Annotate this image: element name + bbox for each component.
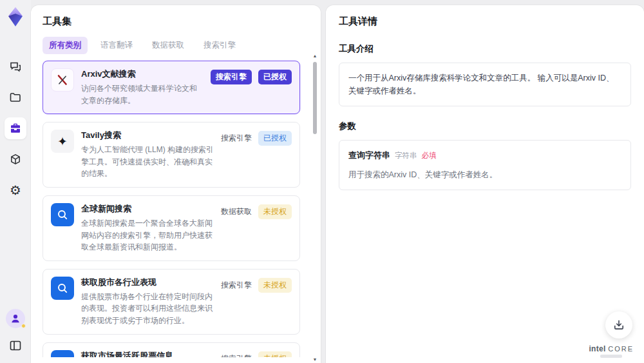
download-icon: [613, 319, 625, 331]
tool-item-global-news[interactable]: 全球新闻搜索 全球新闻搜索是一个聚合全球各大新闻网站内容的搜索引擎，帮助用户快速…: [43, 195, 300, 261]
auth-badge: 未授权: [258, 351, 292, 357]
param-type: 字符串: [395, 150, 417, 161]
scroll-up-arrow[interactable]: ▲: [312, 53, 318, 59]
news-search-icon: [51, 203, 74, 226]
tool-name: Tavily搜索: [81, 130, 214, 141]
tool-desc: 访问各个研究领域大量科学论文和文章的存储库。: [81, 83, 204, 106]
param-card: 查询字符串 字符串 必填 用于搜索的Arxiv ID、关键字或作者姓名。: [339, 140, 631, 190]
category-label: 数据获取: [221, 206, 252, 217]
core-wordmark: core: [608, 345, 634, 353]
tab-language-translation[interactable]: 语言翻译: [94, 37, 139, 54]
app-logo: [6, 6, 25, 27]
toolbox-icon: [9, 122, 22, 135]
params-heading: 参数: [339, 121, 631, 132]
sidebar-item-models[interactable]: [5, 148, 26, 170]
sidebar-item-chat[interactable]: [5, 55, 26, 77]
tool-item-sector-performance[interactable]: 获取股市各行业表现 提供股票市场各个行业在特定时间段内的表现。投资者可以利用这些…: [43, 269, 300, 335]
param-name: 查询字符串: [348, 149, 390, 162]
intel-wordmark: intel: [589, 344, 605, 353]
scrollbar-thumb[interactable]: [313, 62, 317, 134]
tool-details-panel: 工具详情 工具介绍 一个用于从Arxiv存储库搜索科学论文和文章的工具。 输入可…: [326, 5, 644, 363]
stock-search-icon: [51, 277, 74, 300]
tool-desc: 全球新闻搜索是一个聚合全球各大新闻网站内容的搜索引擎，帮助用户快速获取全球最新资…: [81, 217, 214, 253]
tool-item-arxiv[interactable]: Arxiv文献搜索 访问各个研究领域大量科学论文和文章的存储库。 搜索引擎 已授…: [43, 61, 300, 114]
category-tabs: 所有类别 语言翻译 数据获取 搜索引擎: [43, 37, 309, 54]
tool-desc: 提供股票市场各个行业在特定时间段内的表现。投资者可以利用这些信息来识别表现优于或…: [81, 291, 214, 327]
tab-all-categories[interactable]: 所有类别: [43, 37, 88, 54]
sidebar-item-tools[interactable]: [5, 117, 26, 139]
list-scrollbar[interactable]: ▲ ▼: [312, 53, 318, 363]
category-label: 搜索引擎: [221, 280, 252, 291]
download-button[interactable]: [605, 311, 632, 338]
param-desc: 用于搜索的Arxiv ID、关键字或作者姓名。: [348, 168, 621, 181]
category-badge: 搜索引擎: [211, 70, 252, 84]
tab-data-fetch[interactable]: 数据获取: [146, 37, 191, 54]
param-required-badge: 必填: [422, 150, 437, 161]
sidebar-item-settings[interactable]: ⚙: [5, 179, 26, 201]
scroll-down-arrow[interactable]: ▼: [312, 357, 318, 363]
tool-collection-panel: 工具集 所有类别 语言翻译 数据获取 搜索引擎 Arxiv文献搜索 访问各个研究…: [31, 5, 321, 363]
auth-badge: 未授权: [258, 204, 292, 219]
auth-badge: 未授权: [258, 278, 292, 293]
intel-badge-accent: [600, 355, 622, 358]
tool-name: 获取股市各行业表现: [81, 277, 214, 288]
sidebar-item-files[interactable]: [5, 86, 26, 108]
auth-badge: 已授权: [258, 70, 292, 84]
user-icon: [10, 313, 21, 324]
intel-core-logo: intel core: [589, 344, 634, 358]
tool-name: Arxiv文献搜索: [81, 68, 204, 80]
auth-badge: 已授权: [258, 131, 292, 146]
status-dot: [21, 324, 26, 328]
panel-collapse-icon: [10, 340, 21, 351]
tab-search-engine[interactable]: 搜索引擎: [197, 37, 242, 54]
tavily-star-icon: ✦: [51, 130, 74, 153]
page-title: 工具集: [43, 15, 309, 28]
chat-icon: [9, 60, 22, 73]
left-rail: ⚙: [0, 0, 31, 363]
tool-item-tavily[interactable]: ✦ Tavily搜索 专为人工智能代理 (LLM) 构建的搜索引擎工具。可快速提…: [43, 122, 300, 188]
intro-text: 一个用于从Arxiv存储库搜索科学论文和文章的工具。 输入可以是Arxiv ID…: [348, 74, 614, 95]
gear-icon: ⚙: [10, 184, 21, 197]
tool-list: Arxiv文献搜索 访问各个研究领域大量科学论文和文章的存储库。 搜索引擎 已授…: [43, 61, 309, 357]
arxiv-logo-icon: [51, 68, 74, 92]
details-title: 工具详情: [339, 15, 631, 28]
category-label: 搜索引擎: [221, 133, 252, 144]
user-avatar[interactable]: [6, 309, 25, 328]
category-label: 搜索引擎: [221, 353, 252, 357]
tool-name: 获取市场最活跃股票信息: [81, 350, 214, 357]
tool-desc: 专为人工智能代理 (LLM) 构建的搜索引擎工具。可快速提供实时、准确和真实的结…: [81, 144, 214, 180]
tool-item-most-active-stocks[interactable]: 获取市场最活跃股票信息 提供当天交易量最高的股票列表，投资者可以利用这些信息来识…: [43, 342, 300, 357]
stock-search-icon: [51, 350, 74, 357]
folder-icon: [9, 91, 22, 104]
cube-icon: [9, 153, 22, 166]
tool-name: 全球新闻搜索: [81, 203, 214, 215]
collapse-sidebar-button[interactable]: [7, 337, 24, 354]
intro-heading: 工具介绍: [339, 43, 631, 55]
intro-box: 一个用于从Arxiv存储库搜索科学论文和文章的工具。 输入可以是Arxiv ID…: [339, 63, 631, 106]
